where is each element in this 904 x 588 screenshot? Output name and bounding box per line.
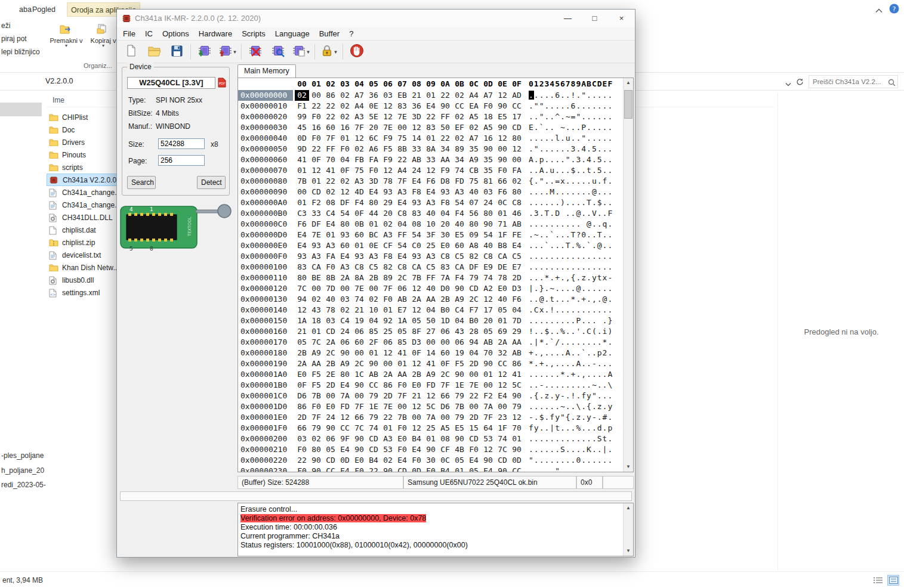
hex-byte[interactable]: 79 [366, 391, 381, 401]
hex-byte[interactable]: F0 [309, 401, 323, 412]
hex-byte[interactable]: F0 [309, 133, 323, 144]
hex-byte[interactable]: 12 [381, 101, 395, 112]
hex-address[interactable]: 0x00000090 [238, 187, 293, 197]
ascii-text[interactable]: ..@.t...*.+.,.@. [529, 294, 613, 305]
hex-byte[interactable]: 7E [352, 283, 366, 294]
hex-byte[interactable]: 00 [309, 283, 323, 294]
hex-byte[interactable]: 90 [381, 466, 395, 472]
hex-byte[interactable]: 22 [467, 391, 481, 401]
hex-byte[interactable]: 2D [323, 380, 338, 391]
hex-byte[interactable]: 20 [381, 208, 395, 219]
hex-byte[interactable]: 56 [467, 208, 481, 219]
hex-address[interactable]: 0x000000C0 [238, 219, 293, 230]
clipboard-item-piraj-pot[interactable]: piraj pot [1, 35, 27, 43]
hex-byte[interactable]: 08 [409, 219, 424, 230]
hex-byte[interactable]: DF [467, 262, 481, 273]
hex-byte[interactable]: 66 [295, 423, 309, 434]
hex-byte[interactable]: F0 [366, 165, 381, 176]
hex-byte[interactable]: CC [452, 101, 467, 112]
ascii-text[interactable]: -.$.fy"{.z.y-.#. [529, 412, 613, 423]
hex-byte[interactable]: 35 [481, 165, 495, 176]
hex-byte[interactable]: C8 [395, 208, 409, 219]
hex-byte[interactable]: B4 [366, 455, 381, 466]
hex-byte[interactable]: F0 [295, 444, 309, 455]
hex-byte[interactable]: 12 [424, 391, 438, 401]
hex-byte[interactable]: A3 [381, 230, 395, 240]
hex-byte[interactable]: 2C [395, 273, 409, 283]
hex-byte[interactable]: 03 [323, 315, 338, 326]
hex-byte[interactable]: 5C [424, 401, 438, 412]
hex-byte[interactable]: F4 [452, 208, 467, 219]
hex-byte[interactable]: 05 [495, 305, 510, 315]
hex-byte[interactable]: 0F [352, 208, 366, 219]
hex-byte[interactable]: 01 [510, 434, 524, 444]
hex-byte[interactable]: 54 [338, 208, 352, 219]
hex-byte[interactable]: 22 [323, 112, 338, 122]
hex-byte[interactable]: B0 [438, 305, 452, 315]
hex-byte[interactable]: 01 [495, 315, 510, 326]
ascii-text[interactable]: .."..^.~="...... [529, 112, 613, 122]
hex-byte[interactable]: 01 [424, 434, 438, 444]
size-input[interactable] [158, 138, 205, 149]
hex-byte[interactable]: 04 [395, 219, 409, 230]
hex-byte[interactable]: 0C [495, 197, 510, 208]
hex-byte[interactable]: A3 [424, 251, 438, 262]
hex-byte[interactable]: C3 [295, 208, 309, 219]
hex-byte[interactable]: 33 [409, 144, 424, 154]
hex-address[interactable]: 0x00000050 [238, 144, 293, 154]
hex-byte[interactable]: A7 [481, 90, 495, 101]
hex-byte[interactable]: 40 [323, 294, 338, 305]
hex-byte[interactable]: 2C [352, 358, 366, 369]
hex-byte[interactable]: 86 [510, 358, 524, 369]
clipboard-item-e-i[interactable]: eži [1, 21, 10, 30]
stop-button[interactable] [345, 42, 368, 61]
hex-byte[interactable]: 74 [481, 273, 495, 283]
hex-byte[interactable]: F0 [352, 466, 366, 472]
hex-byte[interactable]: 0F [309, 154, 323, 165]
hex-byte[interactable]: 79 [309, 423, 323, 434]
hex-byte[interactable]: 20 [438, 219, 452, 230]
hex-byte[interactable]: 00 [295, 187, 309, 197]
hex-byte[interactable]: 94 [295, 294, 309, 305]
hex-byte[interactable]: CC [366, 380, 381, 391]
hex-byte[interactable]: 80 [295, 273, 309, 283]
hex-byte[interactable]: 04 [424, 305, 438, 315]
hex-byte[interactable]: 03 [338, 294, 352, 305]
hex-byte[interactable]: E0 [352, 455, 366, 466]
hex-byte[interactable]: E4 [395, 197, 409, 208]
hex-byte[interactable]: F7 [467, 305, 481, 315]
hex-byte[interactable]: F5 [452, 358, 467, 369]
hex-byte[interactable]: 2F [366, 337, 381, 348]
hex-byte[interactable]: 7B [395, 412, 409, 423]
hex-byte[interactable]: 05 [295, 337, 309, 348]
ascii-text[interactable]: fy..|t...%...d.p [529, 423, 613, 434]
hex-byte[interactable]: 35 [467, 144, 481, 154]
hex-byte[interactable]: 80 [309, 444, 323, 455]
menu-item-options[interactable]: Options [158, 28, 194, 39]
hex-byte[interactable]: 21 [352, 305, 366, 315]
hex-byte[interactable]: 35 [481, 154, 495, 165]
hex-byte[interactable]: 0E [366, 240, 381, 251]
hex-byte[interactable]: 90 [438, 101, 452, 112]
hex-byte[interactable]: 00 [309, 90, 323, 101]
hex-byte[interactable]: CD [510, 122, 524, 133]
hex-byte[interactable]: 54 [452, 197, 467, 208]
hex-byte[interactable]: FA [510, 165, 524, 176]
hex-byte[interactable]: E0 [424, 466, 438, 472]
hex-byte[interactable]: 74 [366, 423, 381, 434]
hex-byte[interactable]: 33 [309, 208, 323, 219]
hex-byte[interactable]: C8 [510, 197, 524, 208]
hex-byte[interactable]: 79 [510, 401, 524, 412]
hex-byte[interactable]: 43 [452, 326, 467, 337]
hex-byte[interactable]: C0 [409, 240, 424, 251]
hex-address[interactable]: 0x00000160 [238, 326, 293, 337]
hex-byte[interactable]: A2 [481, 283, 495, 294]
hex-byte[interactable]: 2C [467, 294, 481, 305]
hex-byte[interactable]: 02 [510, 176, 524, 187]
hex-byte[interactable]: A5 [481, 122, 495, 133]
hex-byte[interactable]: 75 [352, 165, 366, 176]
hex-byte[interactable]: 7A [438, 273, 452, 283]
hex-byte[interactable]: 90 [495, 122, 510, 133]
hex-byte[interactable]: 41 [295, 154, 309, 165]
hex-byte[interactable]: 60 [323, 122, 338, 133]
